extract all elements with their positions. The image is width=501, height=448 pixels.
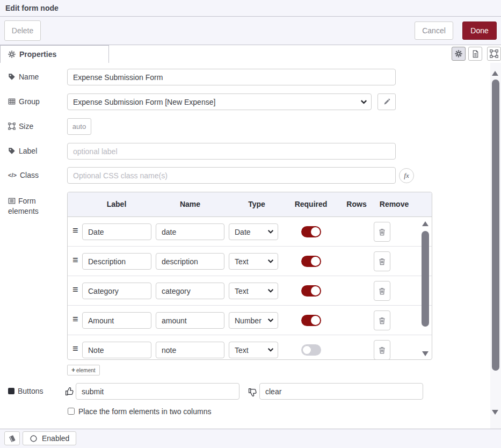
trash-icon [378,346,386,355]
size-icon [8,122,16,130]
element-name-input[interactable] [156,253,224,270]
enabled-toggle-button[interactable]: Enabled [23,431,76,445]
drag-handle-icon[interactable]: ≡ [72,225,78,236]
layout-icon [490,49,498,58]
form-element-row: ≡ Text [68,335,432,360]
table-scrollbar[interactable] [422,219,430,358]
description-tab-button[interactable] [468,47,482,61]
appearance-tab-button[interactable] [487,47,501,61]
form-element-row: ≡ Date [68,217,432,247]
gear-icon [455,50,462,57]
required-toggle[interactable] [301,226,321,237]
label-field-label: Label [8,147,37,155]
done-button[interactable]: Done [462,21,497,40]
drag-handle-icon[interactable]: ≡ [72,255,78,266]
element-name-input[interactable] [156,283,224,299]
dialog-footer: Enabled [0,429,501,448]
element-name-input[interactable] [156,342,224,358]
tab-properties[interactable]: Properties [0,45,109,63]
pencil-icon [383,98,390,105]
form-element-row: ≡ Text [68,276,432,306]
dialog-title: Edit form node [0,0,501,17]
code-icon: </> [8,172,17,178]
required-toggle[interactable] [301,256,321,267]
drag-handle-icon[interactable]: ≡ [72,314,78,325]
table-icon [8,98,16,105]
tag-icon [8,147,16,155]
properties-tab-button[interactable] [452,47,466,61]
element-label-input[interactable] [82,312,151,329]
trash-icon [378,228,386,236]
toggle-knob [302,345,311,355]
toggle-knob [311,286,320,295]
trash-icon [378,287,386,295]
element-type-select[interactable]: Date [229,223,278,240]
drag-handle-icon[interactable]: ≡ [72,343,78,355]
remove-element-button[interactable] [374,340,390,360]
element-label-input[interactable] [82,223,151,240]
remove-element-button[interactable] [374,281,390,301]
scroll-up-icon[interactable] [422,221,429,226]
element-label-input[interactable] [82,342,151,358]
element-type-select[interactable]: Text [229,342,278,358]
enabled-label: Enabled [42,434,69,443]
remove-element-button[interactable] [374,222,390,242]
group-select[interactable]: Expense Submission Form [New Expense] [67,93,372,110]
size-field-label: Size [8,122,33,131]
tab-properties-label: Properties [19,50,56,59]
panel-scrollbar-thumb[interactable] [492,80,499,371]
trash-icon [378,316,386,325]
status-circle-icon [30,435,38,443]
scroll-down-icon[interactable] [492,410,498,415]
remove-element-button[interactable] [374,310,390,330]
element-label-input[interactable] [82,253,151,270]
expand-editor-button[interactable]: fx [399,168,414,183]
tab-bar: Properties [0,45,501,63]
column-header-label: Label [107,200,127,208]
remove-element-button[interactable] [374,251,390,271]
document-icon [471,50,480,58]
form-elements-table: Label Name Type Required Rows Remove ≡ D… [67,192,432,360]
table-scrollbar-thumb[interactable] [422,231,429,327]
class-input[interactable] [67,167,396,184]
trash-icon [378,257,386,266]
element-type-select[interactable]: Number [229,312,278,329]
edit-form-node-dialog: Edit form node Delete Cancel Done Proper… [0,0,501,448]
gear-icon [8,50,16,58]
name-field-label: Name [8,73,39,81]
size-button[interactable]: auto [67,118,91,135]
node-help-button[interactable] [4,431,20,445]
element-name-input[interactable] [156,312,224,329]
element-type-select[interactable]: Text [229,283,278,299]
tag-icon [8,73,16,81]
two-columns-checkbox[interactable] [68,408,75,415]
toggle-knob [311,227,320,236]
required-toggle[interactable] [301,315,321,326]
form-elements-body: ≡ Date ≡ Text [68,217,432,360]
scroll-down-icon[interactable] [422,351,429,356]
toggle-knob [311,257,320,266]
add-element-button[interactable]: +element [67,365,100,375]
element-label-input[interactable] [82,283,151,299]
two-columns-checkbox-label[interactable]: Place the form elements in two columns [78,407,211,416]
required-toggle[interactable] [301,285,321,297]
element-type-select[interactable]: Text [229,253,278,270]
properties-panel: Name Group Expense Submission Form [New … [0,63,490,429]
form-element-row: ≡ Number [68,306,432,335]
column-header-rows: Rows [346,200,366,208]
edit-group-button[interactable] [377,93,396,110]
scroll-up-icon[interactable] [492,71,498,76]
column-header-required: Required [295,200,328,208]
drag-handle-icon[interactable]: ≡ [72,284,78,295]
name-input[interactable] [67,69,396,85]
panel-scrollbar[interactable] [490,63,501,429]
clear-button-input[interactable] [259,383,423,400]
submit-button-input[interactable] [76,383,239,400]
cancel-button[interactable]: Cancel [415,21,453,40]
element-name-input[interactable] [156,223,224,240]
form-elements-header: Label Name Type Required Rows Remove [68,192,432,217]
column-header-name: Name [180,200,200,208]
required-toggle[interactable] [301,344,321,356]
delete-button[interactable]: Delete [4,20,41,41]
label-input[interactable] [67,143,396,160]
